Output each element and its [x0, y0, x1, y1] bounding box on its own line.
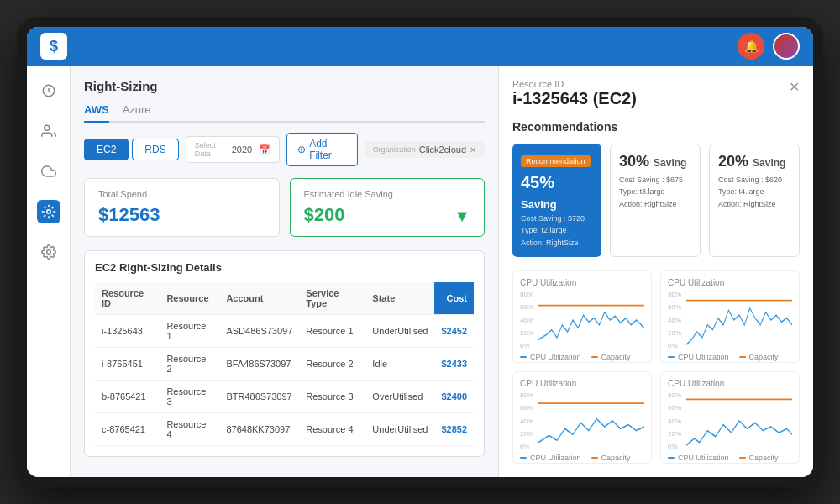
cell-resource-id: b-8765421 — [95, 381, 160, 413]
chart-title-4: CPU Utilization — [668, 379, 792, 388]
table-row[interactable]: i-8765451 Resource 2 BFA486S73097 Resour… — [95, 348, 474, 381]
screen: $ 🔔 — [27, 27, 813, 477]
down-arrow-icon: ▼ — [454, 207, 470, 226]
cell-service-type: Resource 3 — [299, 381, 365, 413]
chart-content-4 — [686, 391, 792, 450]
sidebar-item-active[interactable] — [37, 200, 60, 223]
top-nav: $ 🔔 — [27, 27, 813, 66]
table-row[interactable]: c-8765421 Resource 4 87648KK73097 Resour… — [95, 413, 474, 446]
table-row[interactable]: i-1325643 Resource 1 ASD486S73097 Resour… — [95, 315, 474, 348]
cell-cost: $2452 — [434, 315, 474, 348]
date-filter-label: Select Data — [195, 141, 225, 158]
chart-title-2: CPU Utilization — [668, 278, 792, 287]
y-labels-3: 80%60%40%20%0% — [520, 391, 537, 450]
left-panel: Right-Sizing AWS Azure EC2 RDS Select — [71, 66, 499, 477]
rec-saving-3: 20% Saving — [718, 153, 790, 171]
date-filter-value: 2020 — [232, 144, 252, 155]
rec-card-primary[interactable]: Recommendation 45% Saving Cost Saving : … — [512, 144, 601, 257]
service-tabs: EC2 RDS — [84, 139, 179, 160]
col-state: State — [365, 282, 434, 315]
cell-resource: Resource 4 — [160, 413, 219, 446]
user-avatar[interactable] — [773, 33, 800, 60]
rec-saving-primary: 45% Saving — [521, 172, 593, 213]
legend-cpu-dot-1 — [520, 356, 527, 358]
resource-header: Resource ID i-1325643 (EC2) ✕ — [512, 79, 800, 108]
chart-content-1 — [538, 291, 644, 349]
cloud-tab-azure[interactable]: Azure — [123, 100, 151, 121]
y-labels-2: 80%60%40%20%0% — [668, 291, 685, 349]
rec-card-3[interactable]: 20% Saving Cost Saving : $620 Type: t4.l… — [709, 144, 800, 257]
chart-box-3: CPU Utilization 80%60%40%20%0% — [512, 371, 652, 464]
chart-area-3: 80%60%40%20%0% — [520, 391, 644, 450]
table-header-row: Resource ID Resource Account Service Typ… — [95, 282, 474, 315]
cell-account: BTR486S73097 — [219, 381, 299, 413]
recommendations-title: Recommendations — [512, 120, 800, 134]
service-tab-ec2[interactable]: EC2 — [84, 139, 129, 160]
legend-capacity-3: Capacity — [591, 454, 631, 462]
table-title: EC2 Right-Sizing Details — [95, 261, 474, 274]
sidebar-item-insights[interactable] — [37, 79, 60, 102]
add-filter-button[interactable]: ⊕ Add Filter — [286, 133, 358, 166]
cell-resource-id: i-1325643 — [95, 315, 160, 348]
org-close-icon[interactable]: ✕ — [470, 145, 476, 155]
chart-box-4: CPU Utilization 80%60%40%20%0% — [660, 371, 800, 464]
rec-card-2[interactable]: 30% Saving Cost Saving : $675 Type: t3.l… — [610, 144, 701, 257]
resource-id-label: Resource ID — [512, 79, 637, 89]
idle-saving-label: Estimated Idle Saving — [304, 189, 471, 199]
chart-area-2: 80%60%40%20%0% — [668, 291, 792, 349]
chart-area-1: 80%60%40%20%0% — [520, 291, 644, 349]
chart-legend-4: CPU Utilization Capacity — [668, 454, 792, 462]
cell-resource-id: c-8765421 — [95, 413, 160, 446]
cloud-tabs: AWS Azure — [84, 100, 485, 123]
date-filter[interactable]: Select Data 2020 📅 — [186, 136, 280, 163]
cell-service-type: Resource 1 — [299, 315, 365, 348]
panel-title: Right-Sizing — [84, 79, 485, 93]
total-spend-label: Total Spend — [98, 189, 265, 199]
legend-cpu-2: CPU Utilization — [668, 353, 729, 361]
cell-account: ASD486S73097 — [219, 315, 299, 348]
chart-legend-3: CPU Utilization Capacity — [520, 454, 644, 462]
col-resource: Resource — [160, 282, 219, 315]
total-spend-card: Total Spend $12563 — [84, 178, 280, 237]
rec-detail-primary: Cost Saving : $720 Type: t2.large Action… — [521, 213, 593, 249]
legend-capacity-dot-3 — [591, 457, 598, 459]
legend-cpu-1: CPU Utilization — [520, 353, 581, 361]
service-tab-rds[interactable]: RDS — [132, 139, 178, 160]
content-area: Right-Sizing AWS Azure EC2 RDS Select — [71, 66, 813, 477]
chart-title-1: CPU Utilization — [520, 278, 644, 287]
sidebar-item-settings[interactable] — [37, 240, 60, 264]
cloud-tab-aws[interactable]: AWS — [84, 100, 109, 123]
idle-saving-value: $200 — [304, 204, 345, 226]
filter-icon: ⊕ — [297, 144, 306, 155]
notification-bell[interactable]: 🔔 — [738, 33, 764, 60]
cell-cost: $2433 — [434, 348, 474, 381]
sidebar-item-cloud[interactable] — [37, 160, 60, 183]
org-badge: Organization Click2cloud ✕ — [365, 141, 485, 158]
table-row[interactable]: b-8765421 Resource 3 BTR486S73097 Resour… — [95, 381, 474, 413]
recommendation-cards: Recommendation 45% Saving Cost Saving : … — [512, 144, 800, 257]
chart-content-2 — [686, 291, 792, 349]
bell-icon: 🔔 — [744, 39, 759, 53]
legend-capacity-1: Capacity — [591, 353, 631, 361]
cell-state: Idle — [365, 348, 434, 381]
close-panel-button[interactable]: ✕ — [789, 79, 800, 95]
y-labels-4: 80%60%40%20%0% — [668, 391, 685, 450]
legend-cpu-dot-3 — [520, 457, 527, 459]
svg-point-2 — [46, 210, 50, 214]
org-value: Click2cloud — [419, 144, 466, 155]
resource-table: Resource ID Resource Account Service Typ… — [95, 282, 474, 446]
y-labels-1: 80%60%40%20%0% — [520, 291, 537, 349]
legend-capacity-dot-1 — [591, 356, 598, 358]
add-filter-label: Add Filter — [309, 138, 347, 161]
cell-resource: Resource 3 — [160, 381, 219, 413]
legend-capacity-dot-2 — [739, 356, 746, 358]
cell-service-type: Resource 4 — [299, 413, 365, 446]
org-label: Organization — [373, 145, 416, 154]
cell-resource: Resource 1 — [160, 315, 219, 348]
legend-capacity-2: Capacity — [739, 353, 779, 361]
chart-area-4: 80%60%40%20%0% — [668, 391, 792, 450]
col-resource-id: Resource ID — [95, 282, 160, 315]
col-account: Account — [219, 282, 299, 315]
sidebar-item-users[interactable] — [37, 119, 60, 143]
chart-legend-2: CPU Utilization Capacity — [668, 353, 792, 361]
